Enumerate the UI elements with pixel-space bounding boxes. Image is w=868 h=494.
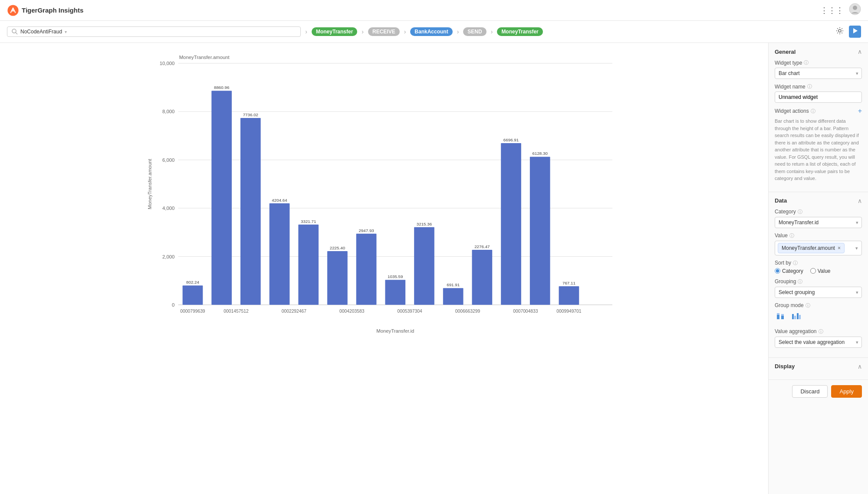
group-mode-icons	[775, 311, 862, 324]
widget-actions-info-icon[interactable]: ⓘ	[811, 108, 815, 115]
svg-rect-48	[559, 286, 579, 305]
svg-text:6696.91: 6696.91	[503, 137, 519, 142]
dropdown-arrow[interactable]: ▾	[65, 29, 67, 34]
svg-text:8,000: 8,000	[162, 109, 174, 114]
svg-text:0001457512: 0001457512	[224, 309, 249, 314]
general-header: General ∧	[775, 48, 862, 55]
separator-5: ›	[491, 28, 493, 35]
svg-rect-28	[270, 203, 290, 305]
discard-button[interactable]: Discard	[792, 385, 828, 398]
svg-text:0006663299: 0006663299	[455, 309, 480, 314]
query-bar-actions	[834, 25, 861, 38]
group-mode-info-icon[interactable]: ⓘ	[806, 302, 810, 309]
widget-description: Bar chart is to show different data thro…	[775, 118, 862, 182]
sort-category-radio-input[interactable]	[775, 268, 780, 274]
value-dropdown-arrow[interactable]: ▾	[855, 245, 858, 251]
data-section: Data ∧ Category ⓘ MoneyTransfer.id Value…	[769, 192, 868, 358]
separator-1: ›	[305, 28, 307, 35]
display-header: Display ∧	[775, 363, 862, 370]
query-input[interactable]: NoCodeAntiFraud	[20, 29, 62, 35]
sort-by-info-icon[interactable]: ⓘ	[793, 260, 798, 266]
svg-text:2,000: 2,000	[162, 254, 174, 259]
action-buttons: Discard Apply	[769, 380, 868, 403]
main-content: 02,0004,0006,0008,00010,000MoneyTransfer…	[0, 43, 868, 494]
sort-value-radio[interactable]: Value	[810, 268, 831, 274]
general-collapse-icon[interactable]: ∧	[858, 48, 862, 55]
svg-rect-63	[781, 314, 784, 316]
stacked-bars-icon	[776, 311, 785, 321]
svg-point-1	[12, 9, 14, 12]
category-select-wrapper[interactable]: MoneyTransfer.id	[775, 217, 862, 228]
tag-send[interactable]: SEND	[463, 27, 486, 36]
separator-4: ›	[457, 28, 459, 35]
svg-point-6	[838, 29, 841, 32]
svg-rect-65	[794, 316, 796, 319]
user-avatar-btn[interactable]	[849, 3, 861, 17]
svg-rect-60	[777, 315, 779, 319]
data-collapse-icon[interactable]: ∧	[858, 197, 862, 204]
value-info-icon[interactable]: ⓘ	[789, 232, 794, 239]
grouping-field: Grouping ⓘ Select grouping	[775, 278, 862, 298]
nav-icons: ⋮⋮⋮	[820, 3, 861, 17]
value-aggregation-info-icon[interactable]: ⓘ	[819, 328, 823, 335]
value-aggregation-select[interactable]: Select the value aggregation	[775, 337, 862, 348]
tag-bank-account[interactable]: BankAccount	[410, 27, 452, 36]
widget-actions-field: Widget actions ⓘ + Bar chart is to show …	[775, 107, 862, 182]
separator-3: ›	[404, 28, 406, 35]
sort-category-radio[interactable]: Category	[775, 268, 803, 274]
widget-name-input[interactable]	[775, 92, 862, 103]
sort-by-label: Sort by ⓘ	[775, 260, 862, 266]
sort-value-radio-input[interactable]	[810, 268, 816, 274]
widget-type-info-icon[interactable]: ⓘ	[804, 59, 809, 66]
general-section: General ∧ Widget type ⓘ Bar chart Widget…	[769, 43, 868, 192]
top-nav: TigerGraph Insights ⋮⋮⋮	[0, 0, 868, 21]
tag-receive[interactable]: RECEIVE	[368, 27, 400, 36]
svg-text:2947.93: 2947.93	[358, 228, 374, 233]
value-tag-remove-btn[interactable]: ×	[838, 245, 841, 251]
separator-2: ›	[362, 28, 364, 35]
svg-text:3321.71: 3321.71	[301, 219, 316, 224]
run-icon-btn[interactable]	[849, 26, 861, 38]
svg-rect-34	[356, 234, 377, 305]
grouping-select-wrapper[interactable]: Select grouping	[775, 287, 862, 298]
widget-type-select-wrapper[interactable]: Bar chart	[775, 68, 862, 79]
grouping-select[interactable]: Select grouping	[775, 287, 862, 298]
widget-actions-add-icon[interactable]: +	[858, 107, 862, 115]
svg-text:6128.30: 6128.30	[533, 151, 548, 156]
sort-by-field: Sort by ⓘ Category Value	[775, 260, 862, 274]
data-header: Data ∧	[775, 197, 862, 204]
category-select[interactable]: MoneyTransfer.id	[775, 217, 862, 228]
search-input-area[interactable]: NoCodeAntiFraud ▾	[7, 26, 301, 37]
value-aggregation-select-wrapper[interactable]: Select the value aggregation	[775, 337, 862, 348]
bar-chart-svg: 02,0004,0006,0008,00010,000MoneyTransfer…	[10, 50, 758, 336]
svg-rect-32	[327, 251, 348, 305]
display-collapse-icon[interactable]: ∧	[858, 363, 862, 370]
widget-name-info-icon[interactable]: ⓘ	[807, 83, 812, 90]
value-multi-select[interactable]: MoneyTransfer.amount × ▾	[775, 241, 862, 255]
group-mode-stacked-btn[interactable]	[775, 311, 786, 324]
settings-icon-btn[interactable]	[834, 25, 845, 38]
svg-text:2225.40: 2225.40	[330, 245, 345, 250]
svg-text:10,000: 10,000	[160, 61, 175, 66]
svg-point-4	[12, 29, 16, 33]
svg-rect-44	[501, 143, 521, 305]
group-mode-grouped-btn[interactable]	[790, 311, 802, 324]
value-field: Value ⓘ MoneyTransfer.amount × ▾	[775, 232, 862, 255]
apply-button[interactable]: Apply	[831, 385, 862, 398]
widget-type-select[interactable]: Bar chart	[775, 68, 862, 79]
svg-text:7736.02: 7736.02	[243, 112, 258, 117]
play-icon	[852, 27, 858, 34]
tag-money-transfer-2[interactable]: MoneyTransfer	[497, 27, 542, 36]
tag-money-transfer-1[interactable]: MoneyTransfer	[312, 27, 357, 36]
search-icon	[12, 29, 18, 35]
svg-text:MoneyTransfer.amount: MoneyTransfer.amount	[179, 55, 230, 60]
svg-rect-66	[797, 313, 799, 319]
grouping-info-icon[interactable]: ⓘ	[798, 278, 802, 285]
svg-rect-36	[385, 280, 405, 305]
category-info-icon[interactable]: ⓘ	[798, 209, 802, 215]
category-label: Category ⓘ	[775, 209, 862, 215]
grid-icon-btn[interactable]: ⋮⋮⋮	[820, 6, 844, 15]
svg-rect-38	[414, 227, 434, 305]
svg-text:767.11: 767.11	[562, 281, 575, 285]
right-panel: General ∧ Widget type ⓘ Bar chart Widget…	[768, 43, 868, 494]
